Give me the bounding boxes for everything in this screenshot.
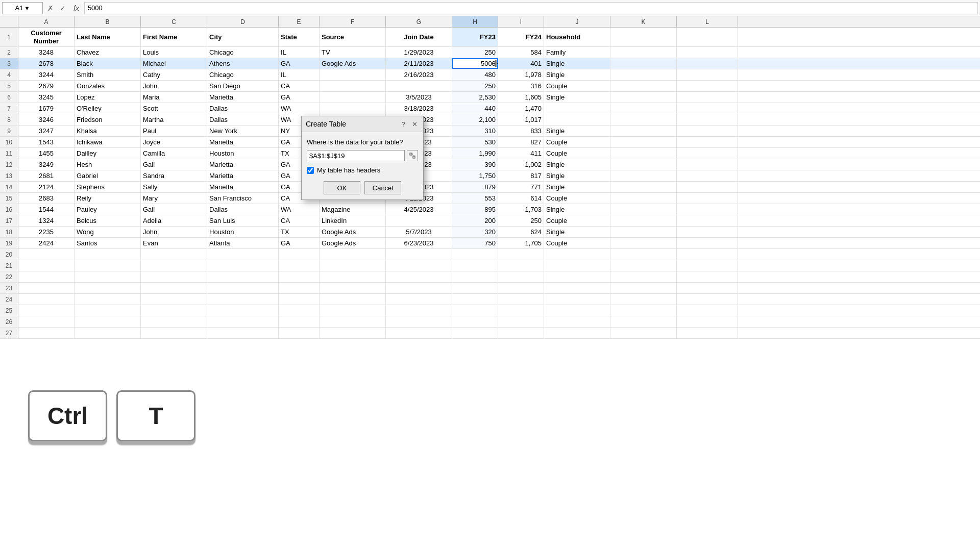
cell-h15[interactable]: 553	[452, 193, 498, 204]
cell-g4[interactable]: 2/16/2023	[386, 69, 452, 80]
cell-a16[interactable]: 1544	[18, 204, 75, 215]
cell-g7[interactable]: 3/18/2023	[386, 103, 452, 114]
cell-k13[interactable]	[610, 170, 677, 181]
cell-a19[interactable]: 2424	[18, 238, 75, 248]
row-num-17[interactable]: 17	[0, 215, 18, 226]
cell-d11[interactable]: Houston	[207, 148, 279, 159]
cell-d13[interactable]: Marietta	[207, 170, 279, 181]
cell-l14[interactable]	[677, 182, 738, 192]
cell-e18[interactable]: TX	[279, 227, 320, 237]
cell-h11[interactable]: 1,990	[452, 148, 498, 159]
cell-e3[interactable]: GA	[279, 58, 320, 69]
cell-a9[interactable]: 3247	[18, 126, 75, 136]
cell-l18[interactable]	[677, 227, 738, 237]
cell-k2[interactable]	[610, 47, 677, 58]
cell-j19[interactable]: Couple	[544, 238, 610, 248]
cell-g18[interactable]: 5/7/2023	[386, 227, 452, 237]
formula-input[interactable]	[84, 2, 978, 14]
cell-h9[interactable]: 310	[452, 126, 498, 136]
cell-k3[interactable]	[610, 58, 677, 69]
cell-j15[interactable]: Couple	[544, 193, 610, 204]
cell-g6[interactable]: 3/5/2023	[386, 92, 452, 103]
cell-c15[interactable]: Mary	[141, 193, 207, 204]
cell-b13[interactable]: Gabriel	[75, 170, 141, 181]
cell-e5[interactable]: CA	[279, 81, 320, 91]
row-num-13[interactable]: 13	[0, 170, 18, 181]
cell-g16[interactable]: 4/25/2023	[386, 204, 452, 215]
cell-d9[interactable]: New York	[207, 126, 279, 136]
cell-b1[interactable]: Last Name	[75, 28, 141, 46]
row-num-3[interactable]: 3	[0, 58, 18, 69]
cell-c19[interactable]: Evan	[141, 238, 207, 248]
cell-g5[interactable]	[386, 81, 452, 91]
cell-c16[interactable]: Gail	[141, 204, 207, 215]
cell-k11[interactable]	[610, 148, 677, 159]
cell-d6[interactable]: Marietta	[207, 92, 279, 103]
cell-k1[interactable]	[610, 28, 677, 46]
cell-d17[interactable]: San Luis	[207, 215, 279, 226]
cell-c18[interactable]: John	[141, 227, 207, 237]
col-header-i[interactable]: I	[498, 16, 544, 27]
cell-c17[interactable]: Adelia	[141, 215, 207, 226]
cell-b12[interactable]: Hesh	[75, 159, 141, 170]
cell-l13[interactable]	[677, 170, 738, 181]
cell-h18[interactable]: 320	[452, 227, 498, 237]
cell-f3[interactable]: Google Ads	[320, 58, 386, 69]
cell-d8[interactable]: Dallas	[207, 114, 279, 125]
row-num-6[interactable]: 6	[0, 92, 18, 103]
col-header-g[interactable]: G	[386, 16, 452, 27]
cell-b14[interactable]: Stephens	[75, 182, 141, 192]
row-num-4[interactable]: 4	[0, 69, 18, 80]
col-header-k[interactable]: K	[610, 16, 677, 27]
cell-h8[interactable]: 2,100	[452, 114, 498, 125]
cell-a11[interactable]: 1455	[18, 148, 75, 159]
row-num-1[interactable]: 1	[0, 28, 18, 46]
cell-h16[interactable]: 895	[452, 204, 498, 215]
cell-h10[interactable]: 530	[452, 137, 498, 147]
cell-k8[interactable]	[610, 114, 677, 125]
cell-g17[interactable]	[386, 215, 452, 226]
cell-j5[interactable]: Couple	[544, 81, 610, 91]
cell-f1[interactable]: Source	[320, 28, 386, 46]
cell-c5[interactable]: John	[141, 81, 207, 91]
cell-l1[interactable]	[677, 28, 738, 46]
row-num-18[interactable]: 18	[0, 227, 18, 237]
cell-l2[interactable]	[677, 47, 738, 58]
cancel-formula-icon[interactable]: ✗	[45, 3, 56, 14]
cell-g2[interactable]: 1/29/2023	[386, 47, 452, 58]
cell-k14[interactable]	[610, 182, 677, 192]
cell-l6[interactable]	[677, 92, 738, 103]
cell-i11[interactable]: 411	[498, 148, 544, 159]
cell-j2[interactable]: Family	[544, 47, 610, 58]
cell-i9[interactable]: 833	[498, 126, 544, 136]
dialog-cancel-button[interactable]: Cancel	[364, 181, 401, 194]
cell-a7[interactable]: 1679	[18, 103, 75, 114]
cell-h7[interactable]: 440	[452, 103, 498, 114]
cell-h5[interactable]: 250	[452, 81, 498, 91]
cell-d12[interactable]: Marietta	[207, 159, 279, 170]
cell-b10[interactable]: Ichikawa	[75, 137, 141, 147]
cell-g19[interactable]: 6/23/2023	[386, 238, 452, 248]
cell-c11[interactable]: Camilla	[141, 148, 207, 159]
cell-k17[interactable]	[610, 215, 677, 226]
cell-c12[interactable]: Gail	[141, 159, 207, 170]
cell-h13[interactable]: 1,750	[452, 170, 498, 181]
cell-h19[interactable]: 750	[452, 238, 498, 248]
cell-d4[interactable]: Chicago	[207, 69, 279, 80]
cell-d1[interactable]: City	[207, 28, 279, 46]
cell-i10[interactable]: 827	[498, 137, 544, 147]
cell-a17[interactable]: 1324	[18, 215, 75, 226]
cell-a4[interactable]: 3244	[18, 69, 75, 80]
cell-reference-box[interactable]: A1 ▼	[2, 2, 43, 14]
cell-l19[interactable]	[677, 238, 738, 248]
cell-i4[interactable]: 1,978	[498, 69, 544, 80]
cell-j10[interactable]: Couple	[544, 137, 610, 147]
cell-a12[interactable]: 3249	[18, 159, 75, 170]
cell-d18[interactable]: Houston	[207, 227, 279, 237]
row-num-12[interactable]: 12	[0, 159, 18, 170]
cell-a10[interactable]: 1543	[18, 137, 75, 147]
cell-a1[interactable]: CustomerNumber	[18, 28, 75, 46]
cell-i17[interactable]: 250	[498, 215, 544, 226]
cell-c4[interactable]: Cathy	[141, 69, 207, 80]
col-header-l[interactable]: L	[677, 16, 738, 27]
